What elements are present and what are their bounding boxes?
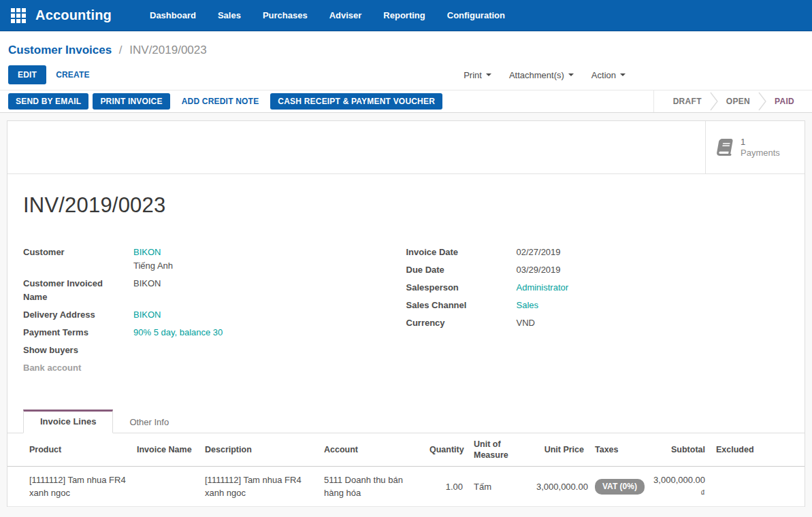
action-dropdown[interactable]: Action: [591, 70, 626, 80]
breadcrumb-parent-link[interactable]: Customer Invoices: [8, 44, 112, 56]
create-button[interactable]: CREATE: [46, 65, 99, 84]
state-draft[interactable]: DRAFT: [665, 97, 710, 106]
cell-product: [1111112] Tam nhua FR4 xanh ngoc: [7, 467, 131, 507]
chevron-right-icon: [710, 92, 718, 111]
cell-uom: Tấm: [468, 467, 531, 507]
journal-book-icon: [715, 139, 735, 156]
col-unit-price[interactable]: Unit Price: [531, 433, 589, 467]
field-delivery-address: Delivery Address BIKON: [23, 306, 406, 324]
field-bank-account: Bank account: [23, 359, 406, 377]
edit-button[interactable]: EDIT: [8, 65, 46, 84]
nav-item-sales[interactable]: Sales: [218, 10, 241, 20]
field-show-buyers: Show buyers: [23, 341, 406, 359]
col-excluded[interactable]: Excluded: [711, 433, 805, 467]
tab-other-info[interactable]: Other Info: [113, 411, 185, 433]
table-header-row: Product Invoice Name Description Account…: [7, 433, 805, 467]
cell-subtotal: 3,000,000.00 ₫: [645, 467, 711, 507]
tab-invoice-lines[interactable]: Invoice Lines: [23, 410, 113, 433]
col-subtotal[interactable]: Subtotal: [645, 433, 711, 467]
breadcrumb-current: INV/2019/0023: [129, 44, 206, 56]
content-area: 1 Payments INV/2019/0023 Customer BIKON …: [0, 113, 812, 507]
top-navbar: Accounting Dashboard Sales Purchases Adv…: [0, 0, 812, 31]
field-payment-terms: Payment Terms 90% 5 day, balance 30: [23, 324, 406, 341]
field-currency: Currency VND: [406, 314, 790, 332]
right-field-group: Invoice Date 02/27/2019 Due Date 03/29/2…: [406, 244, 790, 377]
cell-taxes: VAT (0%): [589, 467, 645, 507]
left-field-group: Customer BIKON Tiếng Anh Customer Invoic…: [23, 244, 406, 377]
invoice-title: INV/2019/0023: [23, 193, 789, 218]
field-invoice-date: Invoice Date 02/27/2019: [406, 244, 790, 261]
status-pipeline: DRAFT OPEN PAID: [653, 90, 812, 112]
print-invoice-button[interactable]: PRINT INVOICE: [93, 93, 169, 110]
cell-description: [1111112] Tam nhua FR4 xanh ngoc: [199, 467, 319, 507]
statusbar: SEND BY EMAIL PRINT INVOICE ADD CREDIT N…: [0, 90, 812, 113]
cell-invoice-name: [131, 467, 199, 507]
sales-channel-link[interactable]: Sales: [517, 300, 539, 310]
chevron-down-icon: [486, 73, 491, 76]
cell-excluded: [711, 467, 805, 507]
customer-link[interactable]: BIKON: [133, 247, 161, 257]
col-account[interactable]: Account: [319, 433, 424, 467]
cell-unit-price: 3,000,000.00: [531, 467, 589, 507]
invoice-date-value: 02/27/2019: [517, 246, 561, 259]
col-unit-of-measure[interactable]: Unit of Measure: [468, 433, 531, 467]
col-description[interactable]: Description: [199, 433, 319, 467]
smart-button-box: 1 Payments: [7, 121, 805, 174]
invoice-lines-table: Product Invoice Name Description Account…: [7, 433, 805, 507]
print-dropdown[interactable]: Print: [464, 70, 491, 80]
cell-quantity: 1.00: [424, 467, 468, 507]
invoice-line-row[interactable]: [1111112] Tam nhua FR4 xanh ngoc [111111…: [7, 467, 805, 507]
cash-receipt-voucher-button[interactable]: CASH RECEIPT & PAYMENT VOUCHER: [270, 93, 442, 110]
tax-badge: VAT (0%): [595, 479, 645, 495]
field-customer-invoiced-name: Customer Invoiced Name BIKON: [23, 275, 406, 306]
state-paid[interactable]: PAID: [766, 97, 802, 106]
nav-item-dashboard[interactable]: Dashboard: [150, 10, 196, 20]
due-date-value: 03/29/2019: [517, 263, 561, 277]
currency-value: VND: [517, 316, 535, 330]
add-credit-note-button[interactable]: ADD CREDIT NOTE: [174, 93, 267, 110]
col-product[interactable]: Product: [7, 433, 131, 467]
chevron-right-icon: [758, 92, 766, 111]
send-by-email-button[interactable]: SEND BY EMAIL: [8, 93, 88, 110]
field-customer: Customer BIKON Tiếng Anh: [23, 244, 406, 275]
payments-count: 1: [741, 137, 780, 148]
notebook: Invoice Lines Other Info Product Invoice…: [7, 410, 805, 507]
nav-item-adviser[interactable]: Adviser: [329, 10, 362, 20]
apps-grid-icon[interactable]: [11, 8, 26, 23]
nav-item-purchases[interactable]: Purchases: [263, 10, 308, 20]
chevron-down-icon: [568, 73, 574, 76]
state-open[interactable]: OPEN: [718, 97, 758, 106]
customer-invoiced-name-value: BIKON: [133, 277, 161, 304]
field-due-date: Due Date 03/29/2019: [406, 261, 790, 279]
control-panel: Customer Invoices / INV/2019/0023 EDIT C…: [0, 31, 812, 90]
delivery-address-link[interactable]: BIKON: [133, 310, 161, 320]
breadcrumb: Customer Invoices / INV/2019/0023: [8, 44, 804, 57]
action-dropdowns: Print Attachment(s) Action: [464, 70, 626, 80]
field-salesperson: Salesperson Administrator: [406, 279, 790, 297]
chevron-down-icon: [620, 73, 626, 76]
cell-account: 5111 Doanh thu bán hàng hóa: [319, 467, 424, 507]
payments-label: Payments: [741, 148, 780, 159]
nav-item-configuration[interactable]: Configuration: [447, 10, 505, 20]
col-invoice-name[interactable]: Invoice Name: [131, 433, 199, 467]
payments-smart-button[interactable]: 1 Payments: [705, 121, 805, 173]
salesperson-link[interactable]: Administrator: [517, 282, 569, 293]
col-quantity[interactable]: Quantity: [424, 433, 468, 467]
breadcrumb-separator: /: [119, 44, 123, 56]
nav-item-reporting[interactable]: Reporting: [383, 10, 425, 20]
payment-terms-link[interactable]: 90% 5 day, balance 30: [133, 327, 223, 337]
col-taxes[interactable]: Taxes: [589, 433, 645, 467]
main-menu: Dashboard Sales Purchases Adviser Report…: [150, 10, 505, 20]
field-sales-channel: Sales Channel Sales: [406, 297, 790, 314]
app-name[interactable]: Accounting: [35, 7, 112, 23]
attachments-dropdown[interactable]: Attachment(s): [509, 70, 574, 80]
customer-sub-text: Tiếng Anh: [133, 259, 173, 273]
invoice-form-sheet: 1 Payments INV/2019/0023 Customer BIKON …: [7, 120, 805, 507]
